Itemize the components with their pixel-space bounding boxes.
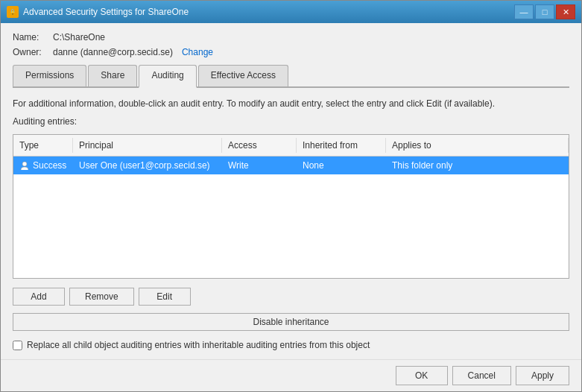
title-bar-left: 🔒 Advanced Security Settings for ShareOn… bbox=[7, 6, 189, 18]
window-title: Advanced Security Settings for ShareOne bbox=[23, 7, 189, 17]
name-value: C:\ShareOne bbox=[53, 32, 105, 42]
svg-point-2 bbox=[22, 162, 27, 166]
main-window: 🔒 Advanced Security Settings for ShareOn… bbox=[0, 0, 582, 392]
owner-row: Owner: danne (danne@corp.secid.se) Chang… bbox=[13, 47, 569, 57]
title-bar: 🔒 Advanced Security Settings for ShareOn… bbox=[1, 1, 581, 23]
tab-effective-access[interactable]: Effective Access bbox=[198, 65, 288, 86]
action-buttons: Add Remove Edit bbox=[13, 288, 569, 306]
ok-button[interactable]: OK bbox=[396, 366, 448, 385]
close-button[interactable]: ✕ bbox=[556, 4, 575, 19]
svg-text:🔒: 🔒 bbox=[9, 8, 16, 16]
name-label: Name: bbox=[13, 32, 50, 42]
title-bar-controls: — □ ✕ bbox=[514, 4, 575, 19]
maximize-button[interactable]: □ bbox=[535, 4, 554, 19]
tab-auditing[interactable]: Auditing bbox=[139, 65, 196, 88]
col-type: Type bbox=[13, 138, 73, 153]
auditing-table: Type Principal Access Inherited from App… bbox=[13, 134, 569, 279]
col-applies-to: Applies to bbox=[386, 138, 569, 153]
table-header: Type Principal Access Inherited from App… bbox=[13, 135, 569, 157]
cell-access: Write bbox=[222, 158, 297, 173]
edit-button[interactable]: Edit bbox=[139, 288, 191, 306]
cancel-button[interactable]: Cancel bbox=[452, 366, 511, 385]
cell-applies-to: This folder only bbox=[386, 158, 569, 173]
cell-principal: User One (user1@corp.secid.se) bbox=[73, 158, 222, 173]
remove-button[interactable]: Remove bbox=[69, 288, 134, 306]
tab-bar: Permissions Share Auditing Effective Acc… bbox=[13, 65, 569, 88]
owner-value: danne (danne@corp.secid.se) bbox=[53, 47, 173, 57]
replace-auditing-checkbox[interactable] bbox=[13, 341, 22, 350]
window-icon: 🔒 bbox=[7, 6, 19, 18]
disable-inheritance-button[interactable]: Disable inheritance bbox=[13, 313, 569, 331]
col-access: Access bbox=[222, 138, 297, 153]
main-content: Name: C:\ShareOne Owner: danne (danne@co… bbox=[1, 23, 581, 359]
tab-share[interactable]: Share bbox=[88, 65, 137, 86]
col-principal: Principal bbox=[73, 138, 222, 153]
minimize-button[interactable]: — bbox=[514, 4, 534, 19]
checkbox-label: Replace all child object auditing entrie… bbox=[27, 340, 370, 350]
apply-button[interactable]: Apply bbox=[516, 366, 569, 385]
change-owner-link[interactable]: Change bbox=[182, 47, 213, 57]
table-body: Success User One (user1@corp.secid.se) W… bbox=[13, 157, 569, 278]
cell-inherited-from: None bbox=[297, 158, 386, 173]
name-row: Name: C:\ShareOne bbox=[13, 32, 569, 42]
owner-label: Owner: bbox=[13, 47, 50, 57]
section-label: Auditing entries: bbox=[13, 116, 569, 127]
checkbox-row: Replace all child object auditing entrie… bbox=[13, 340, 569, 350]
cell-type: Success bbox=[13, 158, 73, 173]
table-row[interactable]: Success User One (user1@corp.secid.se) W… bbox=[13, 157, 569, 174]
user-icon bbox=[19, 160, 30, 171]
tab-permissions[interactable]: Permissions bbox=[13, 65, 86, 86]
add-button[interactable]: Add bbox=[13, 288, 65, 306]
info-text: For additional information, double-click… bbox=[13, 98, 569, 109]
bottom-buttons: OK Cancel Apply bbox=[1, 359, 581, 391]
col-inherited-from: Inherited from bbox=[297, 138, 386, 153]
